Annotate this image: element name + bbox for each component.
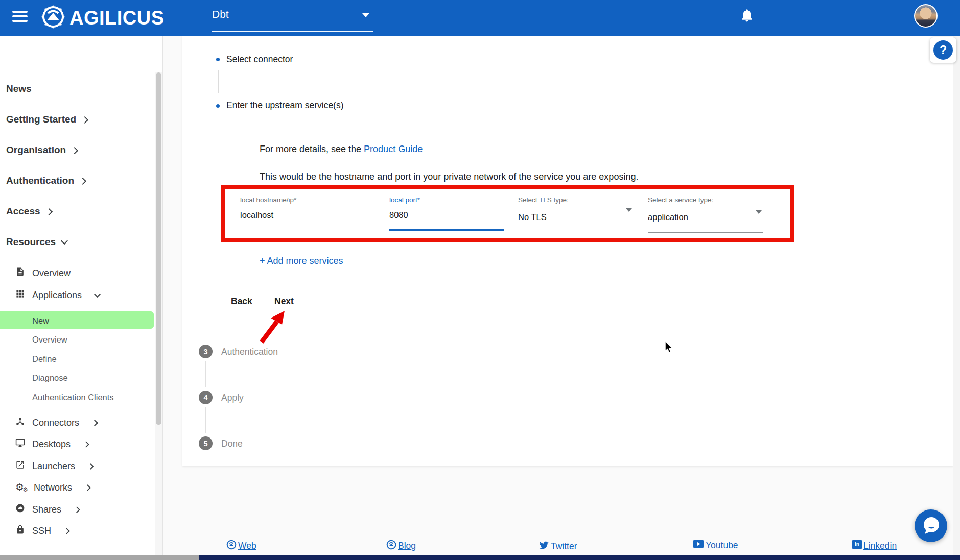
sidebar-nav: News Getting Started Organisation Authen… bbox=[0, 36, 163, 560]
tls-select-underline bbox=[518, 230, 635, 230]
footer-linkedin-link[interactable]: in Linkedin bbox=[852, 540, 897, 552]
details-note: For more details, see the Product Guide bbox=[260, 144, 423, 155]
service-type-select-underline bbox=[648, 232, 763, 233]
sidebar-item-authentication[interactable]: Authentication bbox=[6, 173, 85, 188]
chevron-right-icon bbox=[83, 441, 89, 448]
organisation-select[interactable]: Dbt bbox=[212, 0, 373, 33]
sidebar-item-news[interactable]: News bbox=[6, 81, 32, 96]
service-type-select-label: Select a service type: bbox=[648, 196, 713, 204]
chevron-down-icon bbox=[94, 291, 101, 298]
select-underline bbox=[212, 31, 373, 32]
agilicus-mini-icon bbox=[386, 540, 396, 552]
step-4-label: Apply bbox=[221, 393, 244, 403]
sidebar-item-applications-overview[interactable]: Overview bbox=[32, 332, 67, 347]
help-button[interactable]: ? bbox=[933, 40, 953, 60]
step-connector-line bbox=[205, 407, 206, 433]
sidebar-item-resources-overview[interactable]: Overview bbox=[15, 265, 71, 281]
sidebar-item-getting-started[interactable]: Getting Started bbox=[6, 112, 87, 127]
chat-widget-button[interactable] bbox=[915, 509, 947, 542]
product-guide-link[interactable]: Product Guide bbox=[364, 144, 423, 154]
chevron-right-icon bbox=[84, 484, 91, 491]
brand-name: AGILICUS bbox=[69, 5, 165, 31]
wizard-bullet-select-connector: Select connector bbox=[226, 54, 293, 65]
tls-select[interactable]: No TLS bbox=[518, 212, 547, 222]
sidebar-item-resources[interactable]: Resources bbox=[6, 234, 67, 250]
cloud-share-icon bbox=[15, 503, 25, 516]
chevron-down-icon[interactable] bbox=[626, 208, 632, 212]
open-in-new-icon bbox=[15, 460, 25, 472]
sidebar-item-launchers[interactable]: Launchers bbox=[15, 458, 93, 474]
sidebar-item-access[interactable]: Access bbox=[6, 204, 52, 219]
document-icon bbox=[15, 267, 25, 279]
tls-select-label: Select TLS type: bbox=[518, 196, 569, 204]
page-horizontal-scrollbar-thumb[interactable] bbox=[0, 555, 199, 560]
chevron-right-icon bbox=[71, 147, 78, 154]
chevron-down-icon bbox=[362, 13, 369, 17]
step-connector-line bbox=[205, 361, 206, 387]
monitor-icon bbox=[15, 438, 25, 450]
footer-blog-link[interactable]: Blog bbox=[386, 540, 416, 552]
wizard-bullet-upstream-services: Enter the upstream service(s) bbox=[226, 100, 344, 111]
sidebar-item-applications-define[interactable]: Define bbox=[32, 351, 57, 367]
menu-icon[interactable] bbox=[12, 11, 28, 24]
active-item-highlight bbox=[0, 311, 154, 329]
footer-youtube-link[interactable]: Youtube bbox=[693, 540, 738, 551]
gears-icon: ⚙⚙ bbox=[15, 482, 27, 493]
page-vertical-scrollbar[interactable] bbox=[953, 36, 960, 560]
back-button[interactable]: Back bbox=[231, 296, 252, 307]
notifications-bell-icon[interactable] bbox=[739, 8, 755, 23]
port-input-underline bbox=[389, 229, 504, 231]
lock-icon bbox=[15, 525, 25, 537]
footer-web-link[interactable]: Web bbox=[226, 540, 256, 552]
sidebar-item-authentication-clients[interactable]: Authentication Clients bbox=[32, 389, 114, 405]
chevron-right-icon bbox=[81, 116, 88, 123]
sidebar-item-organisation[interactable]: Organisation bbox=[6, 142, 77, 158]
chevron-down-icon[interactable] bbox=[756, 210, 762, 214]
top-app-bar: AGILICUS Dbt bbox=[0, 0, 960, 36]
chevron-right-icon bbox=[87, 463, 94, 470]
youtube-icon bbox=[693, 540, 704, 551]
sidebar-item-shares[interactable]: Shares bbox=[15, 502, 79, 517]
linkedin-icon: in bbox=[852, 540, 862, 552]
chevron-right-icon bbox=[91, 420, 98, 426]
port-input[interactable]: 8080 bbox=[389, 210, 408, 220]
chevron-right-icon bbox=[63, 528, 70, 534]
sidebar-item-ssh[interactable]: SSH bbox=[15, 523, 69, 539]
add-more-services-link[interactable]: + Add more services bbox=[260, 256, 343, 266]
bullet-icon bbox=[216, 58, 220, 61]
next-button[interactable]: Next bbox=[274, 296, 294, 307]
sidebar-item-applications-diagnose[interactable]: Diagnose bbox=[32, 370, 68, 385]
brand-logo[interactable]: AGILICUS bbox=[41, 5, 165, 31]
user-avatar[interactable] bbox=[914, 4, 938, 28]
hub-icon bbox=[15, 417, 25, 429]
apps-grid-icon bbox=[15, 289, 25, 301]
stepper-connector-line bbox=[218, 70, 219, 93]
sidebar-scrollbar-thumb[interactable] bbox=[156, 72, 161, 425]
step-5-label: Done bbox=[221, 439, 243, 449]
hostport-note: This would be the hostname and port in y… bbox=[260, 172, 638, 182]
step-3-label: Authentication bbox=[221, 347, 278, 357]
twitter-icon bbox=[538, 540, 549, 553]
step-3-circle: 3 bbox=[199, 345, 213, 358]
sidebar-item-networks[interactable]: ⚙⚙ Networks bbox=[15, 480, 90, 495]
chevron-right-icon bbox=[79, 177, 86, 184]
hostname-input-underline bbox=[240, 230, 355, 230]
sidebar-item-applications[interactable]: Applications bbox=[15, 287, 100, 303]
agilicus-mini-icon bbox=[226, 540, 237, 552]
organisation-select-value: Dbt bbox=[212, 8, 229, 20]
port-field-label: local port* bbox=[389, 196, 420, 204]
agilicus-emblem-icon bbox=[41, 5, 65, 31]
hostname-input[interactable]: localhost bbox=[240, 210, 273, 220]
step-5-circle: 5 bbox=[199, 436, 213, 450]
svg-text:in: in bbox=[855, 542, 859, 547]
bullet-icon bbox=[216, 104, 220, 108]
help-card: ? bbox=[930, 37, 956, 63]
sidebar-item-connectors[interactable]: Connectors bbox=[15, 415, 97, 430]
footer-twitter-link[interactable]: Twitter bbox=[538, 540, 577, 553]
sidebar-item-applications-new[interactable]: New bbox=[32, 313, 49, 328]
chevron-right-icon bbox=[74, 506, 80, 513]
sidebar-item-desktops[interactable]: Desktops bbox=[15, 436, 88, 452]
hostname-field-label: local hostname/ip* bbox=[240, 196, 296, 204]
service-type-select[interactable]: application bbox=[648, 212, 688, 222]
chevron-right-icon bbox=[45, 208, 52, 215]
